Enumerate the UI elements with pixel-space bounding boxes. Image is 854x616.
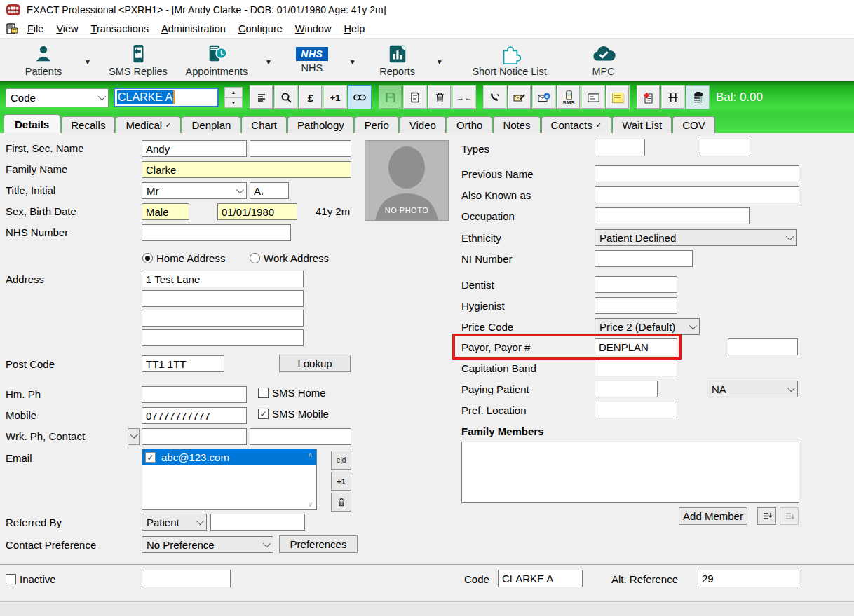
appointments-button[interactable]: Appointments [175, 41, 258, 80]
phone-button[interactable] [483, 85, 507, 109]
search-type-select[interactable]: Code [6, 88, 109, 107]
member-list-in-button[interactable] [757, 507, 776, 525]
search-button[interactable] [274, 85, 298, 109]
nhs-button[interactable]: NHS NHS [282, 41, 342, 80]
sex-field[interactable] [142, 203, 189, 220]
mobile-field[interactable] [142, 407, 247, 424]
menu-window[interactable]: Window [289, 21, 338, 36]
pref-location-field[interactable] [595, 402, 677, 418]
tab-notes[interactable]: Notes [493, 116, 540, 133]
sms-replies-button[interactable]: SMS Replies [101, 41, 175, 80]
print-button[interactable] [403, 85, 427, 109]
document-restore-icon[interactable] [6, 22, 20, 35]
mpc-button[interactable]: MPC [572, 41, 635, 80]
tab-video[interactable]: Video [400, 116, 446, 133]
home-address-radio[interactable] [142, 253, 153, 263]
family-name-field[interactable] [142, 161, 351, 178]
menu-file[interactable]: File [21, 21, 50, 36]
lookup-button[interactable]: Lookup [279, 355, 351, 372]
capitation-band-field[interactable] [595, 360, 677, 376]
menu-view[interactable]: View [50, 21, 84, 36]
patients-dropdown-icon[interactable]: ▼ [84, 54, 91, 66]
tab-pathology[interactable]: Pathology [287, 116, 354, 133]
tab-chart[interactable]: Chart [241, 116, 287, 133]
price-code-select[interactable]: Price 2 (Default) [595, 318, 700, 335]
list-view-button[interactable] [250, 85, 273, 109]
menu-transactions[interactable]: Transactions [85, 21, 155, 36]
tab-perio[interactable]: Perio [355, 116, 399, 133]
appointments-dropdown-icon[interactable]: ▼ [265, 54, 272, 66]
cloud-list-button[interactable] [686, 85, 710, 109]
contact-preference-select[interactable]: No Preference [142, 536, 273, 553]
tab-wait-list[interactable]: Wait List [612, 116, 672, 133]
email-checkbox[interactable]: ✓ [145, 452, 156, 463]
menu-help[interactable]: Help [337, 21, 371, 36]
hygienist-field[interactable] [595, 297, 677, 314]
edit-email-button[interactable]: e|d [331, 451, 351, 470]
first-name-field[interactable] [142, 140, 247, 157]
inactive-checkbox[interactable] [6, 574, 16, 584]
add-one-button[interactable]: +1 [323, 85, 347, 109]
tab-ortho[interactable]: Ortho [447, 116, 493, 133]
referred-by-field[interactable] [210, 514, 305, 531]
birth-date-field[interactable] [217, 203, 297, 220]
menu-configure[interactable]: Configure [232, 21, 289, 36]
sms-home-checkbox[interactable] [258, 388, 269, 398]
type1-field[interactable] [595, 139, 645, 156]
payor-number-field[interactable] [728, 338, 798, 355]
scroll-up-icon[interactable]: ∧ [308, 451, 313, 458]
tab-details[interactable]: Details [4, 114, 60, 133]
email-list-item[interactable]: ✓ abc@123.com [142, 449, 316, 465]
work-phone-dropdown[interactable] [128, 428, 140, 445]
short-notice-list-button[interactable]: Short Notice List [463, 41, 557, 80]
tab-medical[interactable]: Medical✓ [116, 116, 181, 133]
family-members-list[interactable] [461, 442, 799, 503]
work-phone-field[interactable] [142, 428, 247, 445]
note-button[interactable] [606, 85, 630, 109]
post-code-field[interactable] [142, 355, 224, 372]
nhs-number-field[interactable] [142, 224, 291, 241]
contact-field[interactable] [250, 428, 351, 445]
email-list[interactable]: ✓ abc@123.com ∧ ∨ [142, 449, 317, 510]
work-address-radio[interactable] [250, 253, 260, 263]
add-member-button[interactable]: Add Member [679, 507, 747, 525]
payments-button[interactable]: £ [299, 85, 323, 109]
delete-email-button[interactable] [331, 493, 351, 512]
menu-administration[interactable]: Administration [155, 21, 232, 36]
spinner-down-button[interactable]: ▼ [224, 97, 243, 108]
reports-button[interactable]: Reports [366, 41, 429, 80]
merge-button[interactable]: →← [452, 85, 476, 109]
occupation-field[interactable] [595, 207, 750, 224]
patients-button[interactable]: Patients [10, 41, 77, 80]
tab-denplan[interactable]: Denplan [182, 116, 240, 133]
nhs-dropdown-icon[interactable]: ▼ [349, 54, 356, 66]
inactive-reason-field[interactable] [142, 570, 231, 587]
previous-name-field[interactable] [595, 165, 799, 182]
alt-reference-field[interactable] [698, 570, 799, 587]
code-field[interactable] [498, 570, 583, 587]
details-card-button[interactable] [581, 85, 605, 109]
patient-search-input[interactable]: CLARKE A [114, 88, 219, 107]
also-known-as-field[interactable] [595, 186, 799, 203]
preferences-button[interactable]: Preferences [279, 535, 358, 553]
paying-patient-field[interactable] [595, 381, 658, 397]
medical-history-button[interactable] [637, 85, 660, 109]
tab-contacts[interactable]: Contacts✓ [541, 116, 612, 133]
tab-cov[interactable]: COV [672, 116, 715, 133]
referred-by-select[interactable]: Patient [142, 514, 207, 531]
address-line4-field[interactable] [142, 329, 304, 346]
email-button[interactable]: e [532, 85, 556, 109]
ni-number-field[interactable] [595, 250, 693, 267]
link-button[interactable] [348, 85, 372, 109]
paying-patient-select[interactable]: NA [707, 381, 798, 397]
add-email-button[interactable]: +1 [331, 472, 351, 491]
scroll-down-icon[interactable]: ∨ [308, 500, 313, 508]
perio-chart-button[interactable] [661, 85, 685, 109]
address-line3-field[interactable] [142, 310, 304, 327]
spinner-up-button[interactable]: ▲ [224, 87, 243, 97]
letter-button[interactable] [508, 85, 531, 109]
email-scrollbar[interactable]: ∧ ∨ [305, 449, 316, 509]
home-phone-field[interactable] [142, 386, 247, 403]
ethnicity-select[interactable]: Patient Declined [595, 229, 797, 246]
address-line1-field[interactable] [142, 271, 304, 287]
